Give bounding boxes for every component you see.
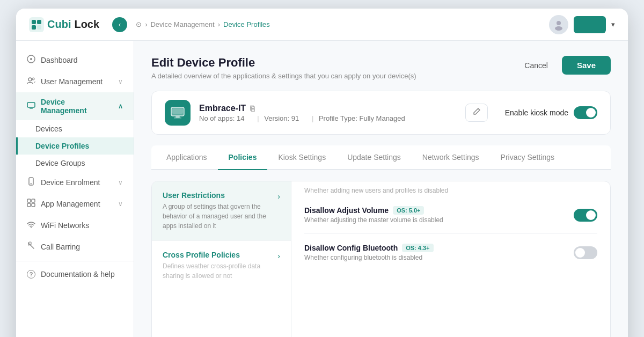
- sidebar-item-dashboard[interactable]: Dashboard: [16, 49, 134, 71]
- policy-item-user-restrictions-header: User Restrictions ›: [163, 191, 280, 202]
- sidebar-item-user-management[interactable]: User Management ∨: [16, 71, 134, 92]
- sidebar-item-documentation-label: Documentation & help: [41, 270, 115, 279]
- toggle-disallow-config-bluetooth[interactable]: [574, 246, 597, 259]
- profile-edit-button[interactable]: [465, 104, 488, 122]
- policy-item-user-restrictions-chevron: ›: [277, 192, 280, 201]
- setting-row-disallow-adjust-volume: Disallow Adjust Volume OS: 5.0+ Whether …: [304, 196, 597, 234]
- setting-label-text-1: Disallow Adjust Volume OS: 5.0+: [304, 206, 443, 215]
- logo-lock: Lock: [74, 18, 99, 31]
- os-badge-1: OS: 5.0+: [393, 206, 424, 215]
- tab-update-settings[interactable]: Update Settings: [336, 145, 412, 170]
- svg-rect-16: [32, 199, 35, 202]
- tab-kiosk-settings[interactable]: Kiosk Settings: [267, 145, 336, 170]
- sidebar-item-app-management-label: App Management: [41, 200, 100, 208]
- page-title: Edit Device Profile: [151, 56, 517, 70]
- avatar: [549, 15, 568, 34]
- setting-desc-1: Whether adjusting the master volume is d…: [304, 216, 443, 224]
- sidebar-item-device-enrolment-label: Device Enrolment: [41, 178, 100, 187]
- sidebar-item-documentation[interactable]: ? Documentation & help: [16, 265, 134, 284]
- page-subtitle: A detailed overview of the applications …: [151, 72, 517, 80]
- copy-icon[interactable]: ⎘: [250, 104, 254, 113]
- meta-sep2: |: [312, 114, 313, 122]
- sidebar: Dashboard User Management ∨ Device Manag…: [16, 41, 134, 337]
- page-header: Edit Device Profile A detailed overview …: [151, 56, 611, 80]
- svg-point-10: [32, 78, 34, 80]
- setting-label-name-1: Disallow Adjust Volume: [304, 206, 389, 215]
- profile-name-text: Embrace-IT: [199, 104, 246, 113]
- wifi-icon: [27, 220, 35, 231]
- sidebar-item-wifi-label: WiFi Networks: [41, 221, 89, 230]
- profile-type: Profile Type: Fully Managed: [319, 114, 405, 122]
- tab-network-settings[interactable]: Network Settings: [412, 145, 490, 170]
- policies-list: User Restrictions › A group of settings …: [152, 181, 291, 337]
- toggle-disallow-adjust-volume[interactable]: [574, 209, 597, 222]
- version: Version: 91: [264, 114, 299, 122]
- meta-sep1: |: [257, 114, 259, 122]
- page-header-actions: Cancel Save: [517, 56, 611, 75]
- svg-rect-2: [37, 20, 41, 24]
- save-button[interactable]: Save: [562, 56, 611, 75]
- svg-rect-17: [27, 203, 31, 207]
- logo-cubi: Cubi: [47, 18, 71, 31]
- svg-rect-18: [32, 203, 35, 207]
- setting-label-name-2: Disallow Config Bluetooth: [304, 244, 398, 252]
- profile-avatar: [165, 100, 191, 126]
- svg-rect-3: [32, 25, 36, 30]
- dashboard-icon: [27, 55, 35, 65]
- dropdown-arrow-icon[interactable]: ▾: [611, 20, 615, 28]
- tab-applications[interactable]: Applications: [156, 145, 218, 170]
- sidebar-item-device-groups[interactable]: Device Groups: [16, 155, 134, 172]
- policy-item-user-restrictions[interactable]: User Restrictions › A group of settings …: [152, 181, 291, 241]
- tab-privacy-settings[interactable]: Privacy Settings: [490, 145, 565, 170]
- sidebar-item-devices[interactable]: Devices: [16, 120, 134, 137]
- setting-desc-2: Whether configuring bluetooth is disable…: [304, 254, 434, 261]
- kiosk-mode-toggle[interactable]: [574, 106, 597, 119]
- device-enrolment-chevron-icon: ∨: [118, 179, 123, 186]
- app-window: CubiLock ‹ ⊙ › Device Management › Devic…: [16, 9, 628, 337]
- breadcrumb: ⊙ › Device Management › Device Profiles: [136, 20, 540, 28]
- svg-rect-11: [27, 102, 35, 107]
- breadcrumb-sep2: ›: [218, 20, 220, 28]
- cancel-button[interactable]: Cancel: [517, 57, 555, 74]
- app-management-chevron-icon: ∨: [118, 200, 123, 208]
- sidebar-item-device-profiles[interactable]: Device Profiles: [16, 137, 134, 155]
- breadcrumb-sep1: ›: [145, 20, 147, 28]
- policy-item-cross-profile-title: Cross Profile Policies: [163, 251, 240, 259]
- device-management-chevron-icon: ∧: [118, 102, 123, 110]
- sidebar-item-app-management[interactable]: App Management ∨: [16, 193, 134, 215]
- tab-policies[interactable]: Policies: [218, 145, 268, 170]
- breadcrumb-device-management[interactable]: Device Management: [150, 20, 214, 28]
- sidebar-item-device-management[interactable]: Device Management ∧: [16, 92, 134, 120]
- setting-label-row-1: Disallow Adjust Volume OS: 5.0+ Whether …: [304, 206, 597, 224]
- device-enrolment-icon: [27, 177, 35, 188]
- sidebar-item-dashboard-label: Dashboard: [41, 56, 78, 64]
- breadcrumb-device-profiles: Device Profiles: [223, 20, 270, 28]
- setting-note: Whether adding new users and profiles is…: [304, 181, 597, 196]
- content-area: Edit Device Profile A detailed overview …: [134, 41, 628, 337]
- sidebar-item-call-barring-label: Call Barring: [41, 243, 80, 251]
- sidebar-item-wifi-networks[interactable]: WiFi Networks: [16, 215, 134, 236]
- setting-label-2: Disallow Config Bluetooth OS: 4.3+ Wheth…: [304, 244, 434, 261]
- svg-rect-1: [32, 20, 36, 24]
- svg-point-5: [557, 21, 561, 25]
- user-menu-button[interactable]: [574, 16, 606, 33]
- svg-point-6: [555, 26, 562, 31]
- svg-rect-23: [174, 118, 181, 119]
- topnav-right: ▾: [549, 15, 615, 34]
- main-layout: Dashboard User Management ∨ Device Manag…: [16, 41, 628, 337]
- svg-point-8: [30, 58, 32, 60]
- policy-item-cross-profile[interactable]: Cross Profile Policies › Defines weather…: [152, 241, 291, 290]
- sidebar-item-call-barring[interactable]: Call Barring: [16, 236, 134, 258]
- apps-count: No of apps: 14: [199, 114, 245, 122]
- svg-rect-15: [27, 199, 31, 202]
- policies-settings: Whether adding new users and profiles is…: [291, 181, 610, 337]
- top-navigation: CubiLock ‹ ⊙ › Device Management › Devic…: [16, 9, 628, 41]
- policy-item-user-restrictions-desc: A group of settings that govern the beha…: [163, 202, 280, 231]
- nav-back-button[interactable]: ‹: [112, 17, 127, 32]
- svg-point-9: [28, 78, 32, 81]
- sidebar-divider: [16, 261, 134, 261]
- policy-item-cross-profile-header: Cross Profile Policies ›: [163, 251, 280, 261]
- sidebar-item-device-enrolment[interactable]: Device Enrolment ∨: [16, 172, 134, 193]
- svg-rect-0: [29, 17, 44, 32]
- setting-label-1: Disallow Adjust Volume OS: 5.0+ Whether …: [304, 206, 443, 224]
